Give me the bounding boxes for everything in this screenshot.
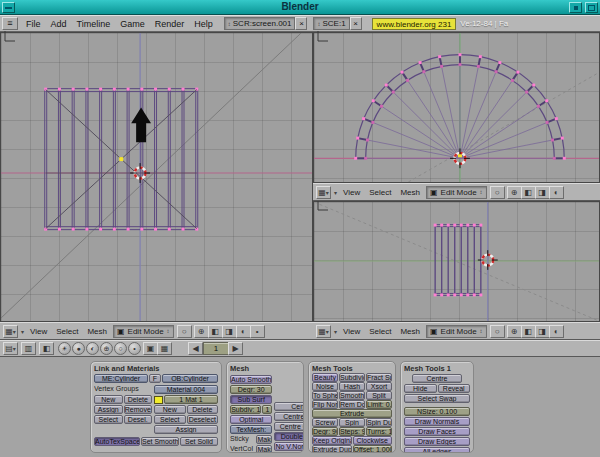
draw-type-button[interactable]: ○ — [490, 325, 505, 338]
frame-number-field[interactable]: 1 — [203, 342, 229, 355]
frame-forward-button[interactable]: ▶ — [228, 342, 243, 355]
screen-delete-button[interactable]: × — [295, 17, 307, 30]
material-name-field[interactable]: Material.004 — [154, 385, 218, 394]
material-delete-button[interactable]: Delete — [187, 405, 219, 414]
window-titlebar[interactable]: Blender — [0, 0, 600, 15]
header-collapse-icon[interactable]: ▾ — [21, 328, 24, 335]
mesh-menu[interactable]: Mesh — [397, 327, 423, 336]
vgroup-delete-button[interactable]: Delete — [124, 395, 153, 404]
rotation-center-button[interactable]: ⊕ — [507, 325, 522, 338]
object-name-field[interactable]: OB:Cylinder — [162, 374, 218, 383]
app-menu-button[interactable]: ≡ — [2, 17, 18, 30]
rotation-center-button[interactable]: ⊕ — [194, 325, 209, 338]
centre-new-button[interactable]: Centre New — [274, 412, 304, 421]
layer-button[interactable]: ◨ — [535, 325, 550, 338]
degr-field[interactable]: Degr: 30 — [230, 385, 272, 394]
layer-button[interactable]: ◨ — [222, 325, 237, 338]
editor-type-button[interactable]: ▦▾ — [316, 325, 331, 338]
select-swap-button[interactable]: Select Swap — [404, 394, 470, 403]
vgroup-assign-button[interactable]: Assign — [94, 405, 123, 414]
keep-original-toggle[interactable]: Keep Original — [312, 436, 352, 445]
extrude-dup-button[interactable]: Extrude Dup — [312, 445, 352, 453]
vgroup-remove-button[interactable]: Remove — [124, 405, 153, 414]
noise-button[interactable]: Noise — [312, 382, 338, 391]
turns-field[interactable]: Turns: 1 — [366, 427, 392, 436]
material-index-field[interactable]: 1 Mat 1 — [164, 395, 218, 404]
autotexspace-toggle[interactable]: AutoTexSpace — [94, 437, 140, 446]
editor-type-button[interactable]: ▦▾ — [316, 186, 331, 199]
beauty-toggle[interactable]: Beauty — [312, 373, 338, 382]
view-menu[interactable]: View — [27, 327, 50, 336]
snap-button[interactable]: ◐ — [236, 325, 251, 338]
vertcol-make-button[interactable]: Make — [256, 445, 272, 453]
centre-button[interactable]: Centre — [412, 374, 462, 383]
auto-smooth-toggle[interactable]: Auto Smooth — [230, 375, 272, 384]
scene-selector[interactable]: ↕ SCE:1 — [313, 17, 349, 30]
mesh-menu[interactable]: Mesh — [397, 188, 423, 197]
material-color-swatch[interactable] — [154, 396, 163, 404]
limit-field[interactable]: Limit: 0.001 — [366, 400, 392, 409]
minimize-button[interactable] — [569, 2, 582, 13]
fake-user-button[interactable]: F — [149, 374, 161, 383]
viewport-front[interactable] — [0, 32, 313, 322]
xsort-button[interactable]: Xsort — [366, 382, 392, 391]
snap-button[interactable]: ◐ — [549, 186, 564, 199]
rem-doubles-button[interactable]: Rem Doubles — [339, 400, 365, 409]
no-vnormal-flip-toggle[interactable]: No V.Normal Flip — [274, 442, 304, 451]
sticky-make-button[interactable]: Make — [256, 435, 272, 444]
screw-button[interactable]: Screw — [312, 418, 338, 427]
menu-render[interactable]: Render — [150, 19, 190, 29]
layer-button[interactable]: ◧ — [208, 325, 223, 338]
spin-button[interactable]: Spin — [339, 418, 365, 427]
set-solid-button[interactable]: Set Solid — [180, 437, 218, 446]
select-menu[interactable]: Select — [366, 188, 394, 197]
select-menu[interactable]: Select — [53, 327, 81, 336]
fract-subd-button[interactable]: Fract Subd — [366, 373, 392, 382]
nsize-field[interactable]: NSize: 0.100 — [404, 407, 470, 416]
layer-button[interactable]: ◧ — [521, 325, 536, 338]
centre-button[interactable]: Centre — [274, 402, 304, 411]
subdiv-field[interactable]: Subdiv: 1 — [230, 405, 261, 414]
extrude-button[interactable]: Extrude — [312, 409, 392, 418]
all-edges-toggle[interactable]: All edges — [404, 447, 470, 453]
subcontext-button[interactable]: ▦ — [157, 342, 172, 355]
menu-game[interactable]: Game — [115, 19, 150, 29]
viewport-side[interactable] — [313, 201, 600, 322]
texmesh-field[interactable]: TexMesh: — [230, 425, 272, 434]
frame-back-button[interactable]: ◀ — [188, 342, 203, 355]
menu-help[interactable]: Help — [189, 19, 218, 29]
material-select-button[interactable]: Select — [154, 415, 186, 424]
draw-faces-toggle[interactable]: Draw Faces — [404, 427, 470, 436]
draw-type-button[interactable]: ○ — [490, 186, 505, 199]
editor-type-button[interactable]: ▤▾ — [3, 342, 18, 355]
snap-button[interactable]: ◐ — [549, 325, 564, 338]
layer-button[interactable]: ◧ — [521, 186, 536, 199]
material-assign-button[interactable]: Assign — [154, 425, 218, 434]
material-new-button[interactable]: New — [154, 405, 186, 414]
header-collapse-icon[interactable]: ▾ — [334, 189, 337, 196]
subdivide-button[interactable]: Subdivide — [339, 373, 365, 382]
optimal-toggle[interactable]: Optimal — [230, 415, 272, 424]
mode-dropdown[interactable]: ▣ Edit Mode ↕ — [426, 186, 487, 199]
rotation-center-button[interactable]: ⊕ — [507, 186, 522, 199]
double-sided-toggle[interactable]: Double Sided — [274, 432, 304, 441]
subsurf-toggle[interactable]: Sub Surf — [230, 395, 272, 404]
mode-dropdown[interactable]: ▣ Edit Mode ↕ — [426, 325, 487, 338]
smooth-button[interactable]: Smooth — [339, 391, 365, 400]
menu-add[interactable]: Add — [46, 19, 72, 29]
material-context-icon[interactable]: ● — [72, 342, 85, 355]
to-sphere-button[interactable]: To Sphere — [312, 391, 338, 400]
draw-edges-toggle[interactable]: Draw Edges — [404, 437, 470, 446]
clockwise-toggle[interactable]: Clockwise — [353, 436, 393, 445]
draw-type-button[interactable]: ○ — [177, 325, 192, 338]
scene-context-icon[interactable]: • — [128, 342, 141, 355]
header-collapse-icon[interactable]: ▾ — [334, 328, 337, 335]
menu-timeline[interactable]: Timeline — [72, 19, 116, 29]
lamp-context-icon[interactable]: ☀ — [58, 342, 71, 355]
layer-button[interactable]: ◨ — [535, 186, 550, 199]
set-smooth-button[interactable]: Set Smooth — [141, 437, 179, 446]
mesh-name-field[interactable]: ME:Cylinder — [94, 374, 148, 383]
hide-button[interactable]: Hide — [404, 384, 437, 393]
menu-file[interactable]: File — [21, 19, 46, 29]
render-button[interactable]: • — [250, 325, 265, 338]
